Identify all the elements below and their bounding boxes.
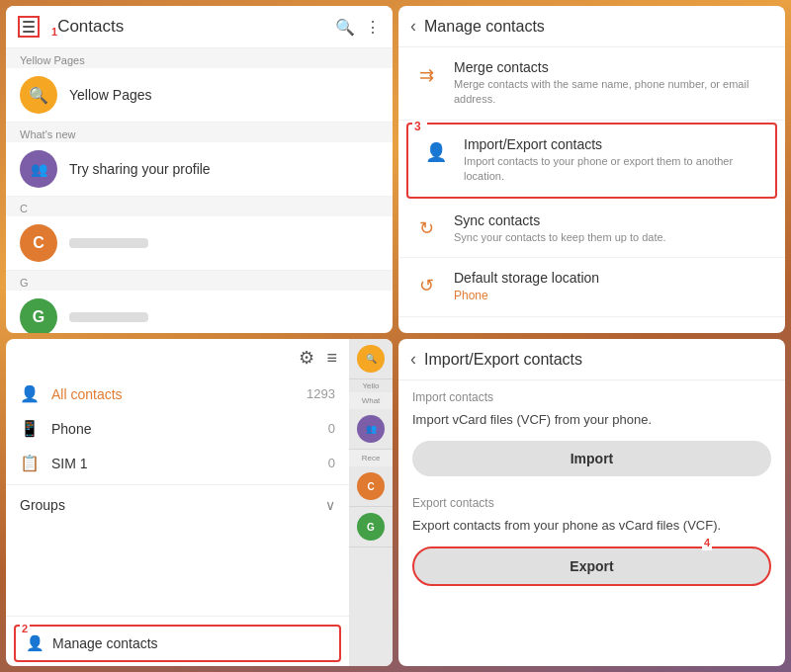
import-section-label: Import contacts [412, 380, 771, 408]
blurred-name [69, 312, 148, 322]
menu-icon[interactable] [18, 16, 40, 38]
sync-icon: ↻ [412, 214, 440, 242]
import-body: Import contacts Import vCard files (VCF)… [398, 380, 785, 666]
sync-desc: Sync your contacts to keep them up to da… [454, 230, 666, 245]
sync-title: Sync contacts [454, 212, 666, 228]
contacts-title: Contacts [57, 17, 335, 37]
filter-all-contacts[interactable]: 👤 All contacts 1293 [6, 377, 349, 411]
avatar: C [20, 224, 57, 262]
storage-text: Default storage location Phone [454, 270, 599, 304]
filter-header: ⚙ ≡ [6, 339, 349, 377]
import-export-text: Import/Export contacts Import contacts t… [464, 136, 761, 185]
footer-divider [6, 616, 349, 617]
phone-icon: 📱 [20, 419, 40, 438]
import-export-panel: ‹ Import/Export contacts Import contacts… [398, 339, 785, 666]
phone-label: Phone [51, 421, 316, 437]
all-contacts-label: All contacts [51, 386, 295, 402]
manage-item-sync[interactable]: ↻ Sync contacts Sync your contacts to ke… [398, 201, 785, 258]
import-export-row: 👤 Import/Export contacts Import contacts… [408, 125, 775, 197]
search-icon[interactable]: 🔍 [335, 18, 355, 37]
import-button[interactable]: Import [412, 441, 771, 476]
manage-contacts-footer[interactable]: 2 👤 Manage contacts [14, 625, 341, 662]
avatar: 👥 [20, 150, 57, 188]
merge-text: Merge contacts Merge contacts with the s… [454, 59, 771, 108]
sim-icon: 📋 [20, 454, 40, 472]
avatar: G [20, 298, 57, 333]
sidebar-mini-label: Yello [349, 379, 393, 392]
settings-icon[interactable]: ⚙ [299, 347, 314, 369]
import-export-desc: Import contacts to your phone or export … [464, 154, 761, 185]
merge-title: Merge contacts [454, 59, 771, 75]
merge-desc: Merge contacts with the same name, phone… [454, 77, 771, 108]
sidebar-mini-recent: Rece [349, 450, 393, 466]
mini-avatar: 🔍 [357, 345, 385, 373]
mini-avatar: 👥 [357, 415, 385, 443]
groups-label: Groups [20, 497, 313, 513]
sim-label: SIM 1 [51, 456, 316, 471]
list-item[interactable]: 🔍 Yellow Pages [6, 68, 393, 123]
back-icon[interactable]: ‹ [410, 16, 416, 37]
list-item[interactable]: 👥 Try sharing your profile [6, 142, 393, 197]
more-icon[interactable]: ⋮ [365, 18, 381, 37]
phone-count: 0 [328, 421, 335, 436]
contact-name: Try sharing your profile [69, 161, 379, 177]
all-contacts-count: 1293 [307, 386, 335, 401]
import-header: ‹ Import/Export contacts [398, 339, 785, 380]
step2-badge: 2 [22, 623, 28, 634]
sidebar-mini-label: What [349, 392, 393, 409]
filter-sim1[interactable]: 📋 SIM 1 0 [6, 446, 349, 480]
person-icon: 👤 [20, 384, 40, 403]
back-icon[interactable]: ‹ [410, 349, 416, 370]
section-c: C [6, 197, 393, 216]
section-yellow-pages: Yellow Pages [6, 48, 393, 68]
avatar: 🔍 [20, 76, 57, 114]
manage-contacts-panel: ‹ Manage contacts ⇉ Merge contacts Merge… [398, 6, 785, 333]
hamburger-icon[interactable]: ≡ [326, 348, 337, 369]
list-item[interactable]: G [6, 291, 393, 333]
contact-name: Yellow Pages [69, 87, 379, 103]
merge-icon: ⇉ [412, 61, 440, 89]
filter-phone[interactable]: 📱 Phone 0 [6, 411, 349, 446]
sidebar-mini-profile: 👥 [349, 409, 393, 450]
import-export-icon: 👤 [422, 138, 450, 166]
section-g: G [6, 271, 393, 291]
manage-header: ‹ Manage contacts [398, 6, 785, 47]
manage-contacts-label: Manage contacts [52, 635, 158, 651]
person-manage-icon: 👤 [26, 634, 44, 652]
sidebar-mini-c: C [349, 466, 393, 507]
manage-contacts-title: Manage contacts [424, 18, 545, 36]
sim-count: 0 [328, 456, 335, 470]
filter-panel: ⚙ ≡ 👤 All contacts 1293 📱 Phone 0 📋 SIM … [6, 339, 393, 666]
sync-text: Sync contacts Sync your contacts to keep… [454, 212, 666, 245]
export-desc: Export contacts from your phone as vCard… [412, 514, 771, 541]
list-item[interactable]: C [6, 216, 393, 271]
sidebar-mini-yp: 🔍 [349, 339, 393, 379]
mini-avatar: C [357, 472, 385, 500]
contacts-panel: 1 Contacts 🔍 ⋮ Yellow Pages 🔍 Yellow Pag… [6, 6, 393, 333]
groups-row[interactable]: Groups ∨ [6, 489, 349, 521]
contacts-header: 1 Contacts 🔍 ⋮ [6, 6, 393, 48]
header-icons: 🔍 ⋮ [335, 18, 381, 37]
storage-icon: ↺ [412, 272, 440, 299]
import-export-item[interactable]: 3 👤 Import/Export contacts Import contac… [406, 123, 777, 199]
sidebar-mini-g: G [349, 507, 393, 547]
chevron-down-icon: ∨ [325, 497, 335, 513]
filter-sidebar: 🔍 Yello What 👥 Rece C G [349, 339, 393, 666]
divider [6, 484, 349, 485]
export-section-label: Export contacts [412, 486, 771, 514]
step3-badge: 3 [414, 120, 421, 133]
step4-badge: 4 [704, 537, 710, 548]
contacts-body: Yellow Pages 🔍 Yellow Pages What's new 👥… [6, 48, 393, 333]
blurred-name [69, 238, 148, 248]
import-desc: Import vCard files (VCF) from your phone… [412, 408, 771, 435]
export-btn-wrapper: 4 Export [412, 541, 771, 596]
filter-main: ⚙ ≡ 👤 All contacts 1293 📱 Phone 0 📋 SIM … [6, 339, 349, 666]
export-button[interactable]: Export [412, 546, 771, 586]
mini-avatar: G [357, 513, 385, 541]
manage-item-storage[interactable]: ↺ Default storage location Phone [398, 258, 785, 317]
storage-title: Default storage location [454, 270, 599, 286]
manage-item-merge[interactable]: ⇉ Merge contacts Merge contacts with the… [398, 47, 785, 121]
section-whats-new: What's new [6, 123, 393, 142]
import-export-title: Import/Export contacts [464, 136, 761, 152]
import-export-panel-title: Import/Export contacts [424, 351, 582, 369]
